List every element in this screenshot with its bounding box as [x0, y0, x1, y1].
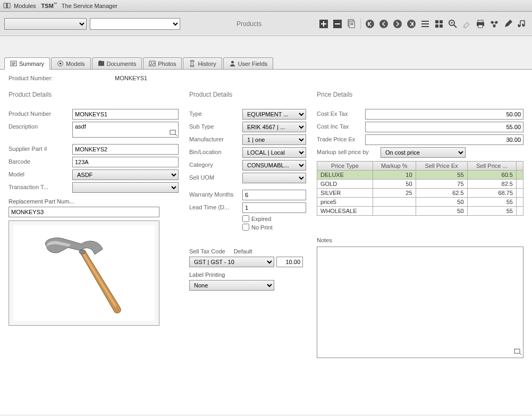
lead-time-input[interactable]	[242, 202, 306, 213]
transaction-type-select[interactable]	[72, 182, 179, 193]
link-icon[interactable]	[488, 18, 500, 30]
svg-rect-3	[349, 21, 354, 28]
svg-point-19	[518, 25, 520, 27]
label-printing-select[interactable]: None	[189, 280, 274, 291]
next-icon[interactable]	[392, 18, 403, 30]
sell-tax-select[interactable]: GST | GST - 10	[189, 257, 274, 267]
tab-photos[interactable]: Photos	[143, 57, 182, 69]
table-row[interactable]: WHOLESALE5055	[317, 207, 523, 216]
zoom-icon[interactable]	[447, 18, 459, 30]
sell-uom-select[interactable]	[242, 173, 306, 183]
tab-user-fields[interactable]: User Fields	[223, 57, 274, 69]
warranty-label: Warranty Months	[189, 190, 242, 198]
section-price-details: Price Details	[317, 91, 523, 98]
copy-icon[interactable]	[345, 18, 357, 30]
svg-point-23	[60, 63, 62, 65]
manufacturer-select[interactable]: 1 | one	[242, 134, 306, 145]
type-label: Type	[189, 109, 242, 117]
product-number-header-value: MONKEYS1	[115, 75, 147, 81]
tsm-label: TSM™	[41, 2, 57, 9]
sub-type-select[interactable]: ERIK 4567 | ...	[242, 122, 306, 132]
tab-label: Models	[66, 61, 85, 67]
toolbar-separator	[360, 19, 361, 29]
prev-icon[interactable]	[378, 18, 390, 30]
print-icon[interactable]	[475, 18, 486, 30]
price-table[interactable]: Price Type Markup % Sell Price Ex Sell P…	[317, 161, 523, 216]
bin-label: Bin/Location	[189, 147, 242, 155]
svg-point-28	[79, 250, 86, 254]
filter-dropdown-2[interactable]	[90, 18, 180, 30]
table-row[interactable]: SILVER2562.568.75	[317, 189, 523, 198]
cost-ex-input[interactable]	[365, 109, 523, 120]
product-number-label: Product Number	[9, 109, 72, 117]
model-label: Model	[9, 169, 72, 177]
price-type-header[interactable]: Price Type	[317, 162, 373, 171]
filter-dropdown-1[interactable]	[4, 18, 87, 30]
tab-documents[interactable]: Documents	[92, 57, 142, 69]
tabbar: Summary Models Documents Photos History …	[0, 55, 532, 69]
category-label: Category	[189, 160, 242, 168]
no-print-label: No Print	[251, 224, 273, 231]
cost-ex-label: Cost Ex Tax	[317, 109, 365, 117]
extra-header	[517, 162, 523, 171]
tab-summary[interactable]: Summary	[4, 57, 50, 70]
markup-header[interactable]: Markup %	[373, 162, 416, 171]
trade-label: Trade Price Ex	[317, 134, 365, 142]
edit-icon[interactable]	[502, 18, 514, 30]
list-icon[interactable]	[419, 18, 431, 30]
last-icon[interactable]	[406, 18, 417, 30]
barcode-label: Barcode	[9, 157, 72, 165]
svg-point-25	[151, 62, 152, 63]
tab-label: Documents	[107, 61, 137, 67]
sell-ex-header[interactable]: Sell Price Ex	[416, 162, 467, 171]
modules-menu[interactable]: Modules	[14, 3, 36, 9]
supplier-part-input[interactable]	[72, 144, 179, 155]
sell-tax-label: Sell Tax Code	[189, 248, 225, 254]
add-icon[interactable]	[318, 18, 330, 30]
replacement-input[interactable]	[9, 207, 159, 217]
description-input[interactable]: asdf	[72, 122, 179, 138]
sell-uom-label: Sell UOM	[189, 173, 242, 181]
markup-by-select[interactable]: On cost price	[381, 147, 466, 158]
trade-input[interactable]	[365, 134, 523, 145]
product-image[interactable]	[13, 225, 155, 321]
no-print-checkbox[interactable]	[242, 224, 249, 231]
tax-default-label: Default	[234, 248, 252, 254]
section-product-details-2: Product Details	[189, 91, 306, 98]
category-select[interactable]: CONSUMABL...	[242, 160, 306, 171]
product-number-input[interactable]	[72, 109, 179, 120]
notes-textarea[interactable]	[317, 247, 523, 358]
first-icon[interactable]	[364, 18, 376, 30]
menubar: Modules TSM™ The Service Manager	[0, 0, 532, 12]
tax-default-input[interactable]	[276, 257, 303, 267]
warranty-input[interactable]	[242, 190, 306, 200]
table-row[interactable]: GOLD507582.5	[317, 180, 523, 189]
tab-label: Photos	[158, 61, 176, 67]
expand-icon[interactable]	[514, 349, 521, 356]
barcode-input[interactable]	[72, 157, 179, 167]
page-title: Products	[237, 20, 261, 28]
svg-point-20	[522, 24, 525, 27]
transaction-type-label: Transaction T...	[9, 182, 72, 190]
grid-icon[interactable]	[433, 18, 445, 30]
tab-models[interactable]: Models	[51, 57, 90, 69]
bin-select[interactable]: LOCAL | Local	[242, 147, 306, 158]
svg-point-4	[366, 20, 374, 28]
model-select[interactable]: ASDF	[72, 169, 179, 180]
tab-label: History	[198, 61, 216, 67]
expired-checkbox[interactable]	[242, 215, 249, 222]
type-select[interactable]: EQUIPMENT ...	[242, 109, 306, 120]
cost-inc-input[interactable]	[365, 122, 523, 132]
replacement-label: Replacement Part Num...	[9, 198, 179, 205]
table-row[interactable]: DELUXE105560.5	[317, 171, 523, 180]
expired-label: Expired	[251, 216, 271, 222]
music-icon[interactable]	[516, 18, 528, 30]
lead-time-label: Lead Time (D...	[189, 202, 242, 210]
tab-history[interactable]: History	[183, 57, 222, 69]
sell-inc-header[interactable]: Sell Price ...	[467, 162, 516, 171]
expand-icon[interactable]	[170, 130, 177, 137]
table-row[interactable]: price55055	[317, 198, 523, 207]
erase-icon[interactable]	[461, 18, 472, 30]
svg-point-26	[231, 61, 234, 64]
remove-icon[interactable]	[332, 18, 343, 30]
